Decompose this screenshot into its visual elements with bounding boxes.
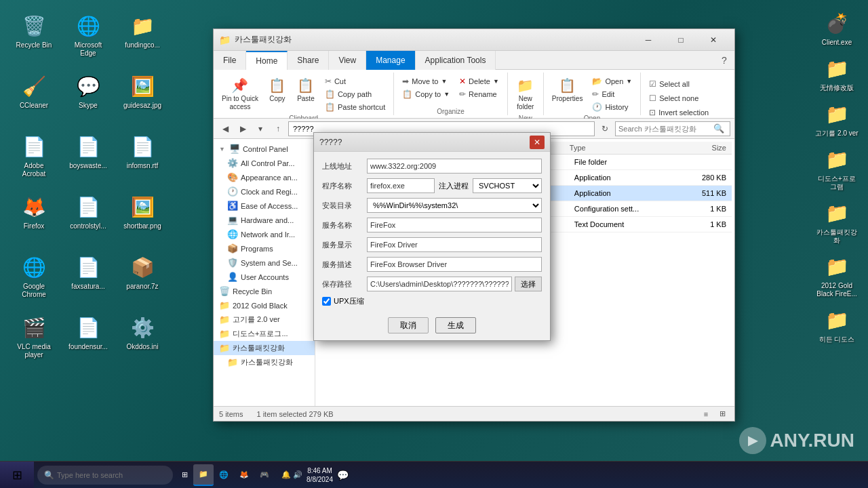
select-none-button[interactable]: ☐ Select none <box>645 92 713 104</box>
service-name-input[interactable] <box>367 218 542 232</box>
dialog-close-button[interactable]: ✕ <box>530 136 545 149</box>
help-button[interactable]: ? <box>714 51 734 70</box>
desktop-icon-paranor[interactable]: 📦 paranor.7z <box>118 251 167 308</box>
taskbar-item-file-explorer[interactable]: 📁 <box>193 464 214 486</box>
desktop-icon-controlstyl[interactable]: 📄 controlstyl... <box>64 190 113 248</box>
close-button[interactable]: ✕ <box>698 29 729 51</box>
up-button[interactable]: ↑ <box>271 121 285 136</box>
cut-button[interactable]: ✂ Cut <box>321 75 389 87</box>
copy-to-button[interactable]: 📋 Copy to ▼ <box>398 88 454 100</box>
open-button[interactable]: 📂 Open ▼ <box>588 75 636 87</box>
sidebar-item-recycle[interactable]: 🗑️ Recycle Bin <box>214 284 315 298</box>
upx-checkbox[interactable] <box>322 297 331 306</box>
sidebar-item-control-panel[interactable]: ▼ 🖥️ Control Panel <box>214 142 315 156</box>
copy-path-button[interactable]: 📋 Copy path <box>321 88 389 100</box>
new-folder-button[interactable]: 📁 Newfolder <box>512 75 539 113</box>
desktop-icon-adobe[interactable]: 📄 Adobe Acrobat <box>9 130 58 188</box>
tab-share[interactable]: Share <box>288 51 329 70</box>
start-button[interactable]: ⊞ <box>0 462 34 488</box>
col-header-type[interactable]: Type <box>570 144 679 152</box>
sidebar-item-kastools[interactable]: 📁 카스툴패킷강화 <box>214 341 315 355</box>
desktop-icon-microsoft-edge[interactable]: 🌐 Microsoft Edge <box>64 9 113 67</box>
taskbar-clock[interactable]: 8:46 AM 8/8/2024 <box>307 466 333 484</box>
tab-application-tools[interactable]: Application Tools <box>416 51 496 70</box>
desktop-icon-vlc[interactable]: 🎬 VLC media player <box>9 311 58 369</box>
list-view-button[interactable]: ≡ <box>699 408 713 420</box>
sidebar-item-didosplus[interactable]: 📁 디도스+프로그... <box>214 327 315 341</box>
sidebar-item-network[interactable]: 🌐 Network and Ir... <box>214 227 315 241</box>
sidebar-item-system[interactable]: 🛡️ System and Se... <box>214 256 315 270</box>
generate-button[interactable]: 生成 <box>435 317 476 333</box>
minimize-button[interactable]: ─ <box>633 29 664 51</box>
sidebar-item-gold-black[interactable]: 📁 2012 Gold Black <box>214 298 315 312</box>
taskbar-item-task-view[interactable]: ⊞ <box>176 464 193 486</box>
back-button[interactable]: ◀ <box>218 121 233 136</box>
tab-home[interactable]: Home <box>246 51 288 70</box>
paste-button[interactable]: 📋 Paste <box>292 75 319 104</box>
copy-button[interactable]: 📋 Copy <box>264 75 291 104</box>
desktop-icon-chrome[interactable]: 🌐 Google Chrome <box>9 251 58 308</box>
sidebar-item-programs[interactable]: 📦 Programs <box>214 241 315 256</box>
forward-button[interactable]: ▶ <box>235 121 250 136</box>
sidebar-item-appearance[interactable]: 🎨 Appearance an... <box>214 170 315 184</box>
search-icon[interactable]: 🔍 <box>713 123 724 134</box>
save-path-input[interactable] <box>367 277 512 291</box>
invert-selection-button[interactable]: ⊡ Invert selection <box>645 106 713 119</box>
sidebar-item-ease[interactable]: ♿ Ease of Access... <box>214 199 315 213</box>
desktop-icon-guidesaz[interactable]: 🖼️ guidesaz.jpg <box>118 70 167 127</box>
desktop-icon-faxsatura[interactable]: 📄 faxsatura... <box>64 251 113 308</box>
search-input[interactable] <box>618 125 713 133</box>
desktop-icon-okddos[interactable]: ⚙️ Okddos.ini <box>118 311 167 369</box>
desktop-icon-boyswaste[interactable]: 📄 boyswaste... <box>64 130 113 188</box>
sidebar-item-user-accounts[interactable]: 👤 User Accounts <box>214 270 315 284</box>
sidebar-item-clock[interactable]: 🕐 Clock and Regi... <box>214 184 315 199</box>
service-display-input[interactable] <box>367 237 542 252</box>
desktop-icon-gotirum[interactable]: 📁 고기를 2.0 ver <box>812 98 861 140</box>
desktop-icon-ccleaner[interactable]: 🧹 CCleaner <box>9 70 58 127</box>
install-select[interactable]: %%WinDir%%\system32\ <box>367 198 542 213</box>
rename-button[interactable]: ✏ Rename <box>455 88 503 100</box>
desktop-icon-kastools-right[interactable]: 📁 카스툴패킷강화 <box>812 197 861 247</box>
desktop-icon-infomsn[interactable]: 📄 infomsn.rtf <box>118 130 167 188</box>
desktop-icon-hidedown[interactable]: 📁 히든 디도스 <box>812 304 861 346</box>
desktop-icon-shortbar[interactable]: 🖼️ shortbar.png <box>118 190 167 248</box>
col-header-size[interactable]: Size <box>679 144 726 152</box>
detail-view-button[interactable]: ⊞ <box>715 408 729 420</box>
taskbar-item-edge[interactable]: 🌐 <box>214 464 234 486</box>
cancel-button[interactable]: 取消 <box>388 317 429 333</box>
history-button[interactable]: 🕐 History <box>588 101 636 113</box>
maximize-button[interactable]: □ <box>665 29 696 51</box>
taskbar-item-firefox[interactable]: 🦊 <box>234 464 254 486</box>
sidebar-item-hardware[interactable]: 💻 Hardware and... <box>214 213 315 227</box>
desktop-icon-funding[interactable]: 📁 fundingco... <box>118 9 167 67</box>
move-to-button[interactable]: ➡ Move to ▼ <box>398 75 454 87</box>
tab-file[interactable]: File <box>214 51 246 70</box>
sidebar-item-gotirum[interactable]: 📁 고기를 2.0 ver <box>214 312 315 327</box>
desktop-icon-firefox[interactable]: 🦊 Firefox <box>9 190 58 248</box>
desktop-icon-didosplus[interactable]: 📁 디도스+프로그램 <box>812 143 861 194</box>
desktop-icon-gold-black-right[interactable]: 📁 2012 Gold Black FireE... <box>812 250 861 301</box>
desktop-icon-skype[interactable]: 💬 Skype <box>64 70 113 127</box>
service-desc-input[interactable] <box>367 257 542 272</box>
desktop-icon-client-exe[interactable]: 💣 Client.exe <box>812 7 861 49</box>
sidebar-item-all-control[interactable]: ⚙️ All Control Par... <box>214 156 315 170</box>
tab-view[interactable]: View <box>329 51 366 70</box>
tab-manage[interactable]: Manage <box>366 51 415 70</box>
pin-to-quick-access-button[interactable]: 📌 Pin to Quickaccess <box>218 75 262 113</box>
taskbar-search-input[interactable] <box>57 471 159 479</box>
delete-button[interactable]: ✕ Delete ▼ <box>455 75 503 87</box>
edit-button[interactable]: ✏ Edit <box>588 88 636 100</box>
recent-locations-button[interactable]: ▾ <box>253 121 268 136</box>
program-input[interactable] <box>367 178 435 193</box>
desktop-icon-foundensur[interactable]: 📄 foundensur... <box>64 311 113 369</box>
taskbar-item-game[interactable]: 🎮 <box>254 464 275 486</box>
sidebar-item-kastools2[interactable]: 📁 카스툴패킷강화 <box>214 355 315 369</box>
desktop-icon-wuguanxiu[interactable]: 📁 无情修改版 <box>812 52 861 95</box>
notification-icon[interactable]: 💬 <box>337 470 349 481</box>
browse-button[interactable]: 选择 <box>515 277 542 291</box>
refresh-button[interactable]: ↻ <box>597 121 612 136</box>
paste-shortcut-button[interactable]: 📋 Paste shortcut <box>321 101 389 113</box>
inject-select[interactable]: SVCHOST <box>473 178 542 193</box>
select-all-button[interactable]: ☑ Select all <box>645 78 713 90</box>
properties-button[interactable]: 📋 Properties <box>548 75 587 104</box>
